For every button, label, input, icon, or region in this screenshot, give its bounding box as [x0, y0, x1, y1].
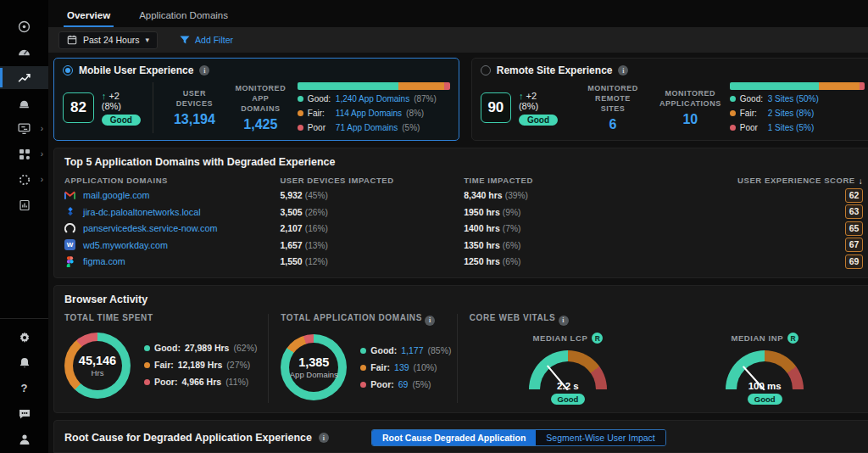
adem-dashboard: › › › ?: [0, 0, 868, 453]
domain-link[interactable]: panservicedesk.service-now.com: [83, 223, 217, 233]
segment-wise-user-impact-button[interactable]: Segment-Wise User Impact: [536, 430, 665, 445]
good-sites-link[interactable]: 3 Sites (50%): [768, 93, 819, 104]
median-lcp-gauge: 2.2 s: [529, 350, 607, 390]
remote-site-experience-card: Remote Site Experience i 90 ↑ +2 (8%) Go…: [471, 58, 868, 141]
sidebar-item-feedback[interactable]: [0, 402, 48, 425]
sidebar-item-hub[interactable]: [0, 15, 48, 38]
divider: [153, 82, 153, 133]
good-count-link[interactable]: 1,177: [401, 345, 423, 356]
info-icon[interactable]: i: [618, 65, 628, 76]
col-user-experience-score[interactable]: USER EXPERIENCE SCORE↓: [720, 176, 864, 187]
domain-link[interactable]: mail.google.com: [83, 190, 150, 200]
domain-link[interactable]: jira-dc.paloaltonetworks.local: [83, 207, 201, 217]
root-cause-degraded-app-button[interactable]: Root Cause Degraded Application: [372, 430, 536, 445]
sidebar-item-devices[interactable]: ›: [0, 117, 48, 140]
fair-dot: [730, 110, 736, 116]
col-application-domains[interactable]: APPLICATION DOMAINS: [64, 176, 280, 187]
sidebar-item-apps[interactable]: ›: [0, 143, 48, 165]
gear-icon: [18, 331, 31, 344]
remote-score-trend: ↑ +2 (8%): [519, 91, 558, 111]
figma-icon: [64, 256, 75, 267]
left-nav-sidebar: › › › ?: [0, 0, 48, 453]
mobile-status-badge: Good: [102, 115, 141, 126]
table-row: W wd5.myworkday.com 1,657 (13%) 1350 hrs…: [64, 237, 863, 254]
legend-row-poor: Poor 71 App Domains (5%): [298, 122, 450, 133]
domain-link[interactable]: figma.com: [83, 256, 125, 266]
poor-domains-link[interactable]: 71 App Domains: [336, 122, 398, 133]
monitored-app-domains-label: MONITORED APP DOMAINS: [232, 83, 289, 114]
poor-dot: [144, 379, 150, 385]
good-dot: [144, 345, 150, 351]
info-icon[interactable]: i: [319, 433, 329, 443]
monitored-remote-sites-value[interactable]: 6: [583, 117, 643, 132]
sort-desc-icon[interactable]: ↓: [859, 176, 864, 187]
user-devices-stat: USER DEVICES 13,194: [165, 88, 224, 127]
total-app-domains-label: TOTAL APPLICATION DOMAINS i: [281, 313, 435, 322]
sidebar-item-help[interactable]: ?: [0, 377, 48, 400]
info-icon[interactable]: i: [199, 65, 209, 76]
user-devices-value[interactable]: 13,194: [174, 112, 215, 127]
domain-link[interactable]: wd5.myworkday.com: [83, 240, 168, 250]
median-inp-gauge-block: MEDIAN INP R 100 ms Good: [666, 327, 863, 405]
top5-degraded-panel: Top 5 Application Domains with Degraded …: [53, 148, 868, 278]
tab-application-domains[interactable]: Application Domains: [136, 10, 231, 27]
sidebar-item-alerts[interactable]: [0, 92, 48, 115]
servicenow-icon: [64, 223, 75, 234]
experience-score-chip: 62: [845, 188, 864, 203]
mobile-user-experience-card: Mobile User Experience i 82 ↑ +2 (8%) Go…: [53, 58, 459, 141]
monitored-applications-stat: MONITORED APPLICATIONS 10: [651, 88, 730, 127]
legend-row-poor: Poor 1 Sites (5%): [730, 122, 865, 133]
lcp-status-badge: Good: [551, 394, 586, 405]
jira-icon: [64, 206, 75, 217]
sidebar-item-reports[interactable]: [0, 193, 48, 216]
core-web-vitals-section: CORE WEB VITALS i MEDIAN LCP R: [458, 312, 864, 405]
monitored-app-domains-value[interactable]: 1,425: [232, 117, 289, 132]
col-time-impacted[interactable]: TIME IMPACTED: [464, 176, 720, 187]
monitor-traffic-icon: [17, 121, 31, 136]
info-icon[interactable]: i: [559, 316, 569, 326]
sidebar-item-settings[interactable]: [0, 326, 48, 349]
good-dot: [298, 96, 303, 102]
top5-title: Top 5 Application Domains with Degraded …: [64, 156, 863, 168]
add-filter-button[interactable]: Add Filter: [180, 35, 233, 45]
monitored-applications-value[interactable]: 10: [659, 112, 721, 127]
median-lcp-label: MEDIAN LCP: [533, 333, 588, 344]
root-cause-toggle-group: Root Cause Degraded Application Segment-…: [371, 429, 666, 446]
sidebar-item-notifications[interactable]: [0, 351, 48, 374]
add-filter-label: Add Filter: [195, 35, 233, 45]
fair-domains-link[interactable]: 114 App Domains: [336, 108, 402, 119]
time-range-dropdown[interactable]: Past 24 Hours ▾: [58, 31, 158, 49]
poor-count-link[interactable]: 69: [398, 379, 409, 390]
experience-cards-row: Mobile User Experience i 82 ↑ +2 (8%) Go…: [53, 58, 868, 141]
monitored-app-domains-stat: MONITORED APP DOMAINS 1,425: [224, 83, 298, 132]
sidebar-item-dashboard[interactable]: [0, 41, 48, 64]
monitored-applications-label: MONITORED APPLICATIONS: [659, 88, 721, 109]
fair-dot: [144, 362, 150, 368]
fair-count-link[interactable]: 139: [394, 362, 409, 373]
sidebar-item-settings-section[interactable]: ›: [0, 168, 48, 191]
sidebar-item-monitor-active[interactable]: [0, 66, 48, 89]
table-header: APPLICATION DOMAINS USER DEVICES IMPACTE…: [64, 176, 863, 187]
table-row: panservicedesk.service-now.com 2,107 (16…: [64, 221, 863, 238]
poor-sites-link[interactable]: 1 Sites (5%): [768, 122, 814, 133]
experience-score-chip: 67: [845, 238, 864, 252]
legend-row-good: Good: 1,240 App Domains (87%): [298, 93, 450, 104]
good-domains-link[interactable]: 1,240 App Domains: [336, 93, 409, 104]
info-icon[interactable]: i: [425, 316, 435, 326]
experience-score-chip: 65: [845, 221, 864, 236]
rum-badge-icon: R: [787, 333, 798, 344]
mobile-experience-radio[interactable]: [63, 65, 73, 76]
remote-experience-radio[interactable]: [481, 65, 491, 76]
table-row: figma.com 1,550 (12%) 1250 hrs (6%) 69: [64, 254, 863, 271]
tab-overview[interactable]: Overview: [64, 10, 114, 27]
dashboard-content: Mobile User Experience i 82 ↑ +2 (8%) Go…: [48, 53, 868, 453]
total-time-spent-section: TOTAL TIME SPENT 45,146 Hrs Good:27,989 …: [64, 312, 268, 405]
remote-distribution: Good: 3 Sites (50%) Fair: 2 Sites (8%) P…: [730, 82, 865, 133]
sidebar-item-user[interactable]: [0, 428, 48, 450]
remote-stacked-bar: [730, 82, 865, 90]
col-user-devices-impacted[interactable]: USER DEVICES IMPACTED: [280, 176, 464, 187]
monitored-remote-sites-label: MONITORED REMOTE SITES: [583, 83, 643, 114]
sidebar-bottom-group: ?: [0, 318, 48, 453]
funnel-filter-icon: [180, 36, 190, 45]
fair-sites-link[interactable]: 2 Sites (8%): [768, 108, 814, 119]
